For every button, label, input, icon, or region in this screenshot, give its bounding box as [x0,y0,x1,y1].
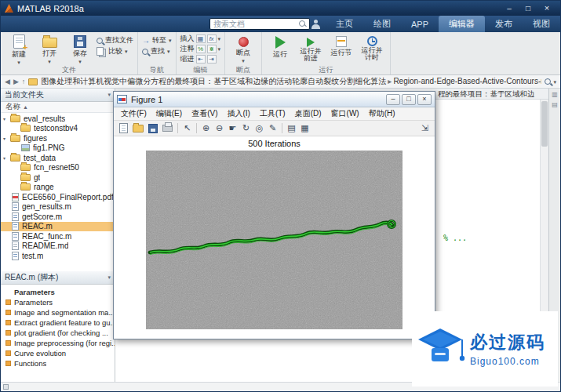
indent-left-icon[interactable]: ⇤ [196,55,206,64]
zoom-out-icon[interactable]: ⊖ [213,122,226,135]
details-menu-icon[interactable]: ▾ [107,274,111,281]
open-button[interactable]: 打开 ▾ [35,34,64,64]
goto-button[interactable]: → 转至 ▾ [142,35,172,45]
ribbon-tab[interactable]: 主页 [326,16,363,32]
user-account-icon[interactable] [311,19,321,29]
forward-icon[interactable]: ▶ [13,78,19,85]
back-icon[interactable]: ◀ [5,78,10,85]
close-button[interactable]: × [537,2,556,14]
figure-menu-item[interactable]: 工具(T) [255,108,290,119]
script-section-item[interactable]: Extract gradient feature to gu... [1,318,115,328]
toolbar-separator[interactable] [177,123,178,133]
minimized-panel-icon[interactable]: ▥ [552,91,558,98]
rotate-3d-icon[interactable]: ↻ [239,122,253,135]
script-section-item[interactable]: Parameters [1,297,115,307]
search-documentation-input[interactable] [209,18,310,30]
tree-item[interactable]: gen_results.m [1,202,115,212]
figure-menu-item[interactable]: 桌面(D) [290,108,326,119]
run-and-advance-button[interactable]: 运行并前进 [297,34,325,62]
up-folder-icon[interactable]: ↑ [22,78,26,85]
minimized-panel-icon[interactable]: ▤ [552,101,558,108]
panel-menu-icon[interactable]: ▾ [107,92,111,98]
toolbar-separator[interactable] [282,123,282,133]
script-section-item[interactable]: plot gradient (for checking ... [1,328,115,338]
tree-item[interactable]: test.m [1,251,115,261]
ribbon-tab[interactable]: 发布 [485,16,523,32]
address-dropdown-icon[interactable]: ▾ [553,80,556,84]
figure-menu-item[interactable]: 查看(V) [187,108,222,119]
legend-icon[interactable]: ▦ [298,122,311,135]
run-and-time-button[interactable]: 运行并计时 [358,34,386,61]
comment-row[interactable]: 注释 % ⋇ ▾ [180,44,221,54]
uncomment-icon[interactable]: ⋇ [207,45,217,53]
script-section-item[interactable]: Functions [1,358,115,368]
expander-icon[interactable]: ▾ [3,155,10,161]
print-icon[interactable] [162,125,173,132]
tree-item[interactable]: range [1,183,115,193]
tree-item[interactable]: ▾ eval_results [1,114,115,124]
tree-item[interactable]: getScore.m [1,212,115,222]
colorbar-icon[interactable]: ▤ [285,122,298,135]
breadcrumb-repo[interactable]: Region-and-Edge-Based-Active-Contours-ma… [393,77,541,85]
tree-item[interactable]: README.md [1,241,115,252]
open-file-icon[interactable] [133,125,144,132]
new-button[interactable]: 新建 ▾ [5,34,33,64]
figure-maximize-button[interactable]: □ [402,94,416,105]
tree-item[interactable]: REAC.m [1,222,115,232]
tree-item[interactable]: REAC_func.m [1,231,115,241]
figure-menu-item[interactable]: 文件(F) [116,108,151,119]
dock-figure-icon[interactable]: ⇲ [418,122,432,135]
ribbon-tab[interactable]: 视图 [523,16,560,32]
expander-icon[interactable]: ▾ [3,116,10,122]
comment-icon[interactable]: % [196,45,206,53]
compare-button[interactable]: 比较 ▾ [97,46,133,56]
run-section-button[interactable]: 运行节 [327,34,355,58]
zoom-in-icon[interactable]: ⊕ [199,122,213,135]
breakpoints-button[interactable]: 断点 ▾ [229,34,257,63]
figure-minimize-button[interactable]: – [386,94,400,105]
ribbon-tab[interactable]: 绘图 [363,16,401,32]
insert-row[interactable]: 插入 ▦ fx ▾ [180,34,221,44]
tree-item[interactable]: ▾ figures [1,133,115,143]
tree-item[interactable]: testconstbv4 [1,124,115,134]
tree-item[interactable]: gt [1,172,115,183]
tree-item[interactable]: ▾ test_data [1,153,115,163]
ribbon-tab[interactable]: 编辑器 [439,16,485,32]
insert-function-icon[interactable]: fx [207,34,217,43]
figure-menu-item[interactable]: 插入(I) [222,108,254,119]
new-figure-icon[interactable] [119,123,128,133]
save-button[interactable]: 保存 ▾ [66,34,94,64]
pan-icon[interactable]: ☛ [226,122,239,135]
figure-menu-item[interactable]: 编辑(E) [151,108,187,119]
script-section-item[interactable]: Image and segmentation ma... [1,307,115,318]
find-files-button[interactable]: 查找文件 [97,35,133,45]
save-figure-icon[interactable] [148,124,158,133]
figure-menu-item[interactable]: 帮助(H) [364,108,400,119]
expander-icon[interactable]: ▾ [3,136,10,141]
name-column-header[interactable]: 名称 ▲ [1,102,115,113]
ribbon-tab[interactable]: APP [401,16,439,32]
maximize-button[interactable]: □ [519,2,537,14]
script-section-item[interactable]: Image preprocessing (for regi... [1,338,115,348]
figure-close-button[interactable]: × [417,94,432,105]
scrollbar-thumb[interactable] [541,101,548,147]
tree-item[interactable]: fcn_resnet50 [1,163,115,173]
script-section-item[interactable]: Curve evolution [1,348,115,358]
insert-section-icon[interactable]: ▦ [196,34,206,43]
run-button[interactable]: 运行 [266,34,294,60]
search-folder-icon[interactable] [545,78,551,85]
indent-row[interactable]: 缩进 ⇤ ⇥ [180,54,217,64]
figure-menu-item[interactable]: 窗口(W) [326,108,364,119]
figure-title-bar[interactable]: Figure 1 – □ × [114,92,435,107]
search-icon[interactable] [299,20,306,27]
indent-right-icon[interactable]: ⇥ [207,55,217,64]
tree-item[interactable]: fig1.PNG [1,143,115,154]
script-section-item[interactable]: Parameters [1,287,115,297]
title-bar[interactable]: MATLAB R2018a – □ × [1,1,560,16]
find-button[interactable]: 查找 ▾ [142,46,172,56]
tree-item[interactable]: ECE6560_FinalReport.pdf [1,192,115,202]
brush-icon[interactable]: ✎ [266,122,279,135]
figure-window[interactable]: Figure 1 – □ × 文件(F) 编辑(E) 查看(V) 插入(I) 工… [113,91,435,339]
toolbar-separator[interactable] [196,123,197,133]
breadcrumb-project[interactable]: 图像处理和计算机视觉中偏微分方程的最终项目：基于区域和边缘的活动轮廓自动裂纹分割… [41,77,386,85]
